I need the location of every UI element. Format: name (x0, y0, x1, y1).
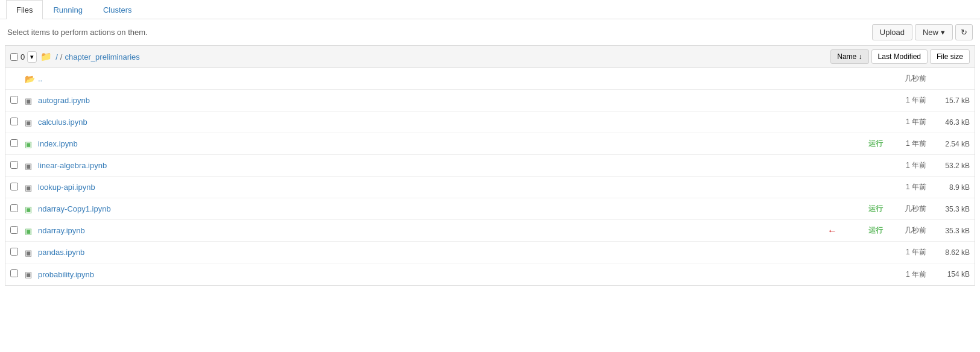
file-name[interactable]: ndarray.ipynb (38, 226, 824, 235)
file-modified: 1 年前 (890, 247, 926, 257)
row-checkbox[interactable] (10, 161, 18, 169)
file-name[interactable]: probability.ipynb (38, 270, 837, 279)
row-checkbox[interactable] (10, 96, 18, 104)
table-row: ▣pandas.ipynb1 年前8.62 kB (5, 242, 975, 263)
row-checkbox[interactable] (10, 248, 18, 256)
row-checkbox[interactable] (10, 118, 18, 125)
tab-files[interactable]: Files (6, 0, 43, 19)
file-name[interactable]: .. (38, 74, 837, 83)
file-modified: 1 年前 (890, 160, 926, 171)
file-name[interactable]: pandas.ipynb (38, 248, 837, 257)
notebook-icon: ▣ (25, 269, 38, 279)
notebook-running-icon: ▣ (25, 139, 38, 149)
tab-running[interactable]: Running (43, 0, 92, 19)
tab-bar: Files Running Clusters (0, 0, 980, 19)
file-size: 35.3 kB (934, 227, 970, 235)
running-badge: 运行 (868, 139, 883, 149)
table-row: 📂..几秒前 (5, 68, 975, 90)
file-modified: 1 年前 (890, 182, 926, 192)
sort-name-button[interactable]: Name ↓ (830, 49, 868, 64)
file-size: 8.62 kB (934, 248, 970, 257)
file-size: 8.9 kB (934, 183, 970, 192)
checkbox-dropdown-button[interactable]: ▾ (27, 51, 37, 63)
row-checkbox[interactable] (10, 269, 18, 277)
file-size: 154 kB (934, 270, 970, 278)
file-modified: 几秒前 (890, 225, 926, 236)
notebook-icon: ▣ (25, 248, 38, 257)
file-name[interactable]: lookup-api.ipynb (38, 183, 837, 192)
notebook-icon: ▣ (25, 183, 38, 192)
row-checkbox[interactable] (10, 204, 18, 212)
table-row: ▣index.ipynb运行1 年前2.54 kB (5, 133, 975, 155)
select-all-checkbox[interactable] (10, 53, 18, 61)
file-name[interactable]: autograd.ipynb (38, 96, 837, 105)
arrow-indicator: ← (827, 225, 837, 236)
breadcrumb-folder[interactable]: chapter_preliminaries (65, 52, 139, 61)
row-checkbox[interactable] (10, 139, 18, 147)
file-modified: 几秒前 (890, 74, 926, 84)
table-row: ▣probability.ipynb1 年前154 kB (5, 263, 975, 285)
checkbox-count: 0 (21, 52, 25, 61)
notebook-icon: ▣ (25, 96, 38, 105)
upload-button[interactable]: Upload (872, 24, 912, 40)
select-all-area: 0 ▾ (10, 51, 37, 63)
tab-clusters[interactable]: Clusters (93, 0, 142, 19)
notebook-running-icon: ▣ (25, 226, 38, 236)
folder-icon: 📁 (40, 51, 52, 62)
table-row: ▣ndarray-Copy1.ipynb运行几秒前35.3 kB (5, 198, 975, 220)
file-modified: 1 年前 (890, 117, 926, 127)
toolbar: Select items to perform actions on them.… (0, 19, 980, 45)
file-size: 15.7 kB (934, 96, 970, 105)
running-badge: 运行 (868, 204, 883, 214)
file-name[interactable]: index.ipynb (38, 139, 837, 148)
sort-modified-button[interactable]: Last Modified (871, 49, 928, 64)
file-list: 📂..几秒前▣autograd.ipynb1 年前15.7 kB▣calculu… (5, 68, 975, 285)
row-checkbox[interactable] (10, 183, 18, 190)
table-row: ▣lookup-api.ipynb1 年前8.9 kB (5, 177, 975, 198)
notebook-icon: ▣ (25, 161, 38, 171)
table-row: ▣autograd.ipynb1 年前15.7 kB (5, 90, 975, 112)
breadcrumb: / / chapter_preliminaries (55, 52, 140, 61)
notebook-running-icon: ▣ (25, 204, 38, 214)
file-browser: 0 ▾ 📁 / / chapter_preliminaries Name ↓ L… (5, 45, 975, 286)
file-size: 46.3 kB (934, 118, 970, 127)
notebook-icon: ▣ (25, 118, 38, 127)
new-label: New (923, 28, 938, 37)
file-size: 35.3 kB (934, 205, 970, 213)
new-button[interactable]: New ▾ (915, 24, 953, 40)
file-size: 2.54 kB (934, 140, 970, 148)
table-row: ▣ndarray.ipynb←运行几秒前35.3 kB (5, 220, 975, 242)
file-modified: 1 年前 (890, 95, 926, 105)
file-name[interactable]: calculus.ipynb (38, 118, 837, 127)
file-modified: 几秒前 (890, 204, 926, 214)
file-modified: 1 年前 (890, 269, 926, 280)
breadcrumb-root[interactable]: / (55, 52, 58, 61)
file-modified: 1 年前 (890, 139, 926, 149)
new-dropdown-icon: ▾ (941, 28, 945, 37)
file-name[interactable]: linear-algebra.ipynb (38, 161, 837, 170)
row-checkbox[interactable] (10, 226, 18, 234)
sort-size-button[interactable]: File size (930, 49, 970, 64)
folder-icon: 📂 (25, 74, 38, 84)
select-hint: Select items to perform actions on them. (7, 28, 148, 37)
table-row: ▣linear-algebra.ipynb1 年前53.2 kB (5, 155, 975, 177)
file-size: 53.2 kB (934, 162, 970, 170)
refresh-button[interactable]: ↻ (955, 24, 973, 40)
table-row: ▣calculus.ipynb1 年前46.3 kB (5, 112, 975, 133)
running-badge: 运行 (868, 225, 883, 236)
file-browser-header: 0 ▾ 📁 / / chapter_preliminaries Name ↓ L… (5, 46, 975, 68)
file-name[interactable]: ndarray-Copy1.ipynb (38, 204, 837, 213)
